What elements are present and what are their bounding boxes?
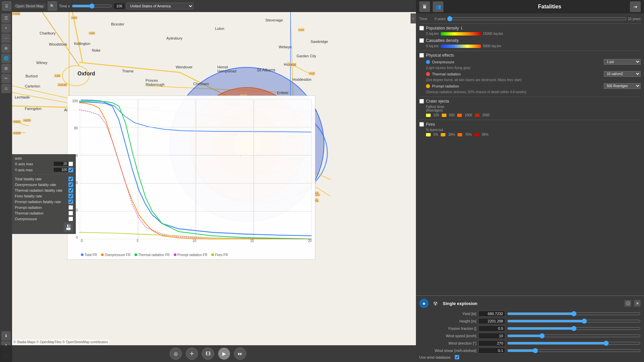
thermal-checkbox[interactable] (68, 211, 73, 216)
phys-effects-row[interactable]: Physical effects (419, 53, 641, 58)
overpressure-checkbox[interactable] (68, 217, 73, 221)
fires-70-swatch (458, 133, 462, 136)
overpressure-row[interactable]: Overpressure (15, 217, 73, 221)
ejecta-500-swatch (442, 114, 446, 117)
nuke-icon[interactable]: ☢ (431, 299, 440, 308)
chart-controls: auto X-axis max 20 Y-axis max 100 Total … (12, 154, 76, 234)
yield-slider[interactable] (507, 311, 641, 316)
save-chart-icon[interactable]: 💾 (64, 223, 73, 232)
zoom-out-icon[interactable]: − (1, 34, 11, 43)
fission-slider[interactable] (507, 326, 641, 331)
height-slider[interactable] (507, 319, 641, 323)
thermal-select[interactable]: 10 cal/cm2 5 cal/cm2 20 cal/cm2 (604, 71, 641, 77)
yield-input[interactable] (478, 311, 505, 317)
overpressure-fr-checkbox[interactable] (68, 182, 73, 187)
city-charlbury: Charlbury (40, 31, 56, 35)
fires-checkbox[interactable] (419, 122, 424, 127)
crater-checkbox[interactable] (419, 99, 424, 104)
warning-icon[interactable]: ⚠ (1, 84, 11, 93)
overpressure-fr-row[interactable]: Overpressure fatality rate (15, 182, 73, 187)
x-axis-input[interactable]: 20 (53, 161, 68, 166)
layers-icon[interactable]: ☰ (1, 13, 11, 23)
wind-direction-slider[interactable] (507, 341, 641, 346)
wind-direction-input[interactable] (478, 340, 505, 346)
y-80: 80 (74, 126, 78, 130)
y-axis-checkbox[interactable] (68, 168, 73, 172)
y-axis-input[interactable]: 100 (53, 167, 68, 172)
play-btn[interactable]: ▶ (218, 348, 230, 360)
wind-shear-slider[interactable] (507, 348, 641, 353)
explosion-title: Single explosion (443, 301, 622, 306)
search-icon[interactable]: 🔍 (48, 1, 57, 11)
target-btn[interactable]: ◎ (170, 348, 182, 360)
prompt-row[interactable]: Prompt radiation (15, 205, 73, 210)
use-wind-checkbox[interactable] (455, 355, 459, 359)
prompt-checkbox[interactable] (68, 205, 73, 210)
crosshair-icon[interactable]: ⊕ (1, 44, 11, 53)
menu-icon[interactable]: ☰ (2, 1, 11, 11)
prompt-fr-checkbox[interactable] (68, 199, 73, 204)
fires-70-label: 70% (465, 133, 472, 136)
explosion-info-btn[interactable]: ⓘ (625, 300, 631, 307)
road-a4142: A4142 (57, 83, 67, 86)
tools-icon[interactable]: ✂ (1, 74, 11, 83)
cas-density-row[interactable]: Casualties density (419, 38, 641, 43)
download-icon[interactable]: ⬇ (1, 331, 11, 341)
time-max-label: 10 years (628, 17, 641, 21)
bomb-icon[interactable]: ● (419, 299, 429, 308)
fires-swatches: 5% 30% 70% 95% (426, 133, 641, 136)
right-time-slider[interactable] (447, 16, 627, 21)
skip-btn[interactable]: ⏭ (234, 348, 246, 360)
pop-density-min: 2 /sq.km (426, 32, 439, 36)
road-a420: A420 (23, 119, 31, 122)
fires-row[interactable]: Fires (419, 122, 641, 127)
zoom-in-icon[interactable]: + (1, 23, 11, 33)
use-wind-row[interactable]: Use wind database (419, 355, 641, 359)
pop-density-row[interactable]: Population density ℹ (419, 26, 641, 31)
film-btn[interactable]: 🎞 (202, 348, 214, 360)
expand-right-icon[interactable]: ⇥ (630, 1, 641, 12)
time-slider[interactable] (72, 3, 112, 9)
explosion-close-btn[interactable]: ✕ (634, 300, 641, 307)
grid-icon[interactable]: ⊞ (1, 64, 11, 73)
thermal-fr-row[interactable]: Thermal radiation fatality rate (15, 188, 73, 193)
svg-line-16 (12, 121, 29, 126)
pop-density-info-icon[interactable]: ℹ (461, 26, 463, 31)
thermal-effect-label: Thermal radiation (432, 72, 602, 76)
total-fr-checkbox[interactable] (68, 177, 73, 181)
pop-density-checkbox[interactable] (419, 26, 424, 31)
height-input[interactable] (478, 318, 505, 324)
yield-row: Yield [kt] (419, 311, 641, 317)
fires-fr-checkbox[interactable] (68, 194, 73, 198)
globe-icon[interactable]: 🌐 (1, 54, 11, 63)
thermal-row[interactable]: Thermal radiation (15, 211, 73, 216)
fires-title: Fires (426, 122, 435, 127)
ejecta-500-label: 500 (449, 113, 455, 117)
prompt-fr-row[interactable]: Prompt radiation fatality rate (15, 199, 73, 204)
x-axis-checkbox[interactable] (68, 162, 73, 166)
crosshair-btn[interactable]: ✛ (186, 348, 198, 360)
y-axis-row[interactable]: Y-axis max 100 (15, 167, 73, 172)
overpressure-fr-label: Overpressure fatality rate (15, 183, 68, 187)
fires-fr-row[interactable]: Fires fatality rate (15, 194, 73, 198)
wind-speed-input[interactable] (478, 333, 505, 339)
thermal-fr-checkbox[interactable] (68, 188, 73, 193)
overpressure-select[interactable]: 1 psi 5 psi 10 psi (604, 59, 641, 65)
y-100: 100 (72, 99, 78, 103)
fires-30-swatch (441, 133, 445, 136)
fission-input[interactable] (478, 325, 505, 331)
expand-panel-btn[interactable]: › (411, 13, 416, 23)
phys-effects-checkbox[interactable] (419, 53, 424, 58)
pop-density-gradient: 2 /sq.km 15000 /sq.km (426, 32, 641, 36)
people-icon[interactable]: 👥 (433, 1, 443, 12)
calculator-icon[interactable]: 🖩 (419, 1, 430, 12)
country-select[interactable]: United States of America United Kingdom … (126, 3, 194, 9)
x-axis-row[interactable]: X-axis max 20 (15, 161, 73, 166)
crater-row[interactable]: Crater ejecta (419, 99, 641, 104)
prompt-select[interactable]: 500 Roentgen 100 Roentgen 1000 Roentgen (604, 83, 641, 89)
svg-line-0 (72, 12, 83, 62)
cas-density-checkbox[interactable] (419, 38, 424, 43)
wind-shear-input[interactable] (478, 348, 505, 354)
wind-speed-slider[interactable] (507, 334, 641, 338)
total-fr-row[interactable]: Total fatality rate (15, 177, 73, 181)
